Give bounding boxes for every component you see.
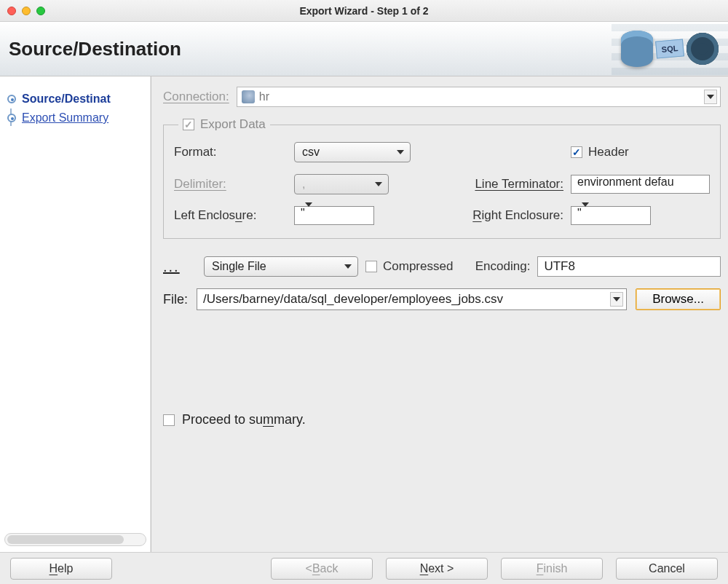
delimiter-label: Delimiter: xyxy=(174,177,287,192)
proceed-row: Proceed to summary. xyxy=(163,412,721,427)
export-data-checkbox[interactable] xyxy=(183,119,194,130)
output-mode-value: Single File xyxy=(212,260,266,273)
format-value: csv xyxy=(302,146,320,159)
chevron-down-icon xyxy=(704,90,717,104)
output-dots[interactable]: ... xyxy=(163,259,197,275)
page-heading: Source/Destination xyxy=(9,38,181,60)
file-input[interactable]: /Users/barney/data/sql_developer/employe… xyxy=(197,288,627,310)
wizard-step-source-destination[interactable]: Source/Destinat xyxy=(4,90,151,108)
cancel-button[interactable]: Cancel xyxy=(616,558,718,580)
line-term-label: Line Terminator: xyxy=(475,177,563,192)
finish-button[interactable]: Finish xyxy=(501,558,603,580)
encoding-value: UTF8 xyxy=(544,259,575,274)
chevron-down-icon xyxy=(610,292,623,307)
step-bullet-icon xyxy=(7,114,16,122)
connection-select[interactable]: hr xyxy=(237,87,721,107)
export-data-group: Export Data Format: csv Header Delimiter… xyxy=(163,117,721,239)
output-settings: ... Single File Compressed Encoding: UTF… xyxy=(163,256,721,277)
browse-button[interactable]: Browse... xyxy=(636,288,721,310)
right-enc-input[interactable]: " xyxy=(571,206,651,225)
wizard-steps-sidebar: Source/Destinat Export Summary xyxy=(0,76,151,552)
wizard-step-export-summary[interactable]: Export Summary xyxy=(4,108,151,127)
compressed-wrap: Compressed xyxy=(365,259,453,274)
line-term-input[interactable]: environment defau xyxy=(571,175,710,194)
output-mode-select[interactable]: Single File xyxy=(204,256,358,277)
wizard-content: Connection: hr Export Data Format: csv xyxy=(151,76,728,552)
back-button[interactable]: < Back xyxy=(271,558,373,580)
chevron-down-icon xyxy=(341,259,355,274)
compressed-checkbox[interactable] xyxy=(365,261,377,272)
chevron-down-icon xyxy=(394,145,407,159)
proceed-label: Proceed to summary. xyxy=(182,412,306,427)
header-checkbox[interactable] xyxy=(571,146,582,158)
format-select[interactable]: csv xyxy=(294,142,411,162)
delimiter-value: , xyxy=(302,178,305,191)
connection-label: Connection: xyxy=(163,90,229,104)
step-bullet-icon xyxy=(7,95,16,103)
chevron-down-icon xyxy=(582,202,589,219)
right-enc-label: Right Enclosure: xyxy=(472,208,563,223)
titlebar: Export Wizard - Step 1 of 2 xyxy=(0,0,728,22)
sidebar-scrollbar[interactable] xyxy=(4,533,146,546)
page-banner: Source/Destination SQL xyxy=(0,22,728,76)
connection-value: hr xyxy=(259,90,269,103)
step-link[interactable]: Export Summary xyxy=(22,111,108,125)
help-button[interactable]: Help xyxy=(10,558,112,580)
chevron-down-icon xyxy=(305,202,312,219)
proceed-checkbox[interactable] xyxy=(163,414,175,426)
header-label: Header xyxy=(588,145,629,159)
scrollbar-thumb[interactable] xyxy=(7,535,124,544)
connection-row: Connection: hr xyxy=(163,87,721,107)
left-enc-label: Left Enclosure: xyxy=(174,208,287,223)
database-icon xyxy=(621,31,653,67)
banner-art: SQL xyxy=(612,23,728,75)
left-enc-input[interactable]: " xyxy=(294,206,374,225)
file-value: /Users/barney/data/sql_developer/employe… xyxy=(203,292,503,307)
next-button[interactable]: Next > xyxy=(386,558,488,580)
chevron-down-icon xyxy=(372,177,385,192)
export-data-title: Export Data xyxy=(200,117,266,132)
header-checkbox-wrap: Header xyxy=(571,145,710,159)
encoding-label: Encoding: xyxy=(475,259,531,274)
encoding-input[interactable]: UTF8 xyxy=(537,256,721,277)
file-label: File: xyxy=(163,292,188,307)
step-link[interactable]: Source/Destinat xyxy=(22,92,111,106)
delimiter-select[interactable]: , xyxy=(294,174,389,194)
window-title: Export Wizard - Step 1 of 2 xyxy=(0,5,728,17)
line-term-value: environment defau xyxy=(577,175,674,188)
sql-badge-icon: SQL xyxy=(655,39,684,58)
compressed-label: Compressed xyxy=(383,259,453,274)
file-row: File: /Users/barney/data/sql_developer/e… xyxy=(163,288,721,310)
reel-icon xyxy=(687,33,719,65)
format-label: Format: xyxy=(174,145,287,159)
wizard-footer: Help < Back Next > Finish Cancel xyxy=(0,552,728,584)
